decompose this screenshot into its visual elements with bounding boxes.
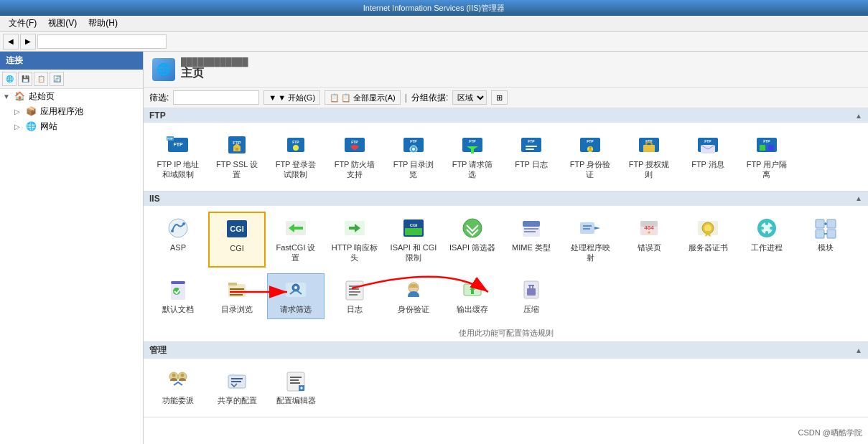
svg-rect-70 [827, 230, 836, 238]
ftp-filter-label: FTP 请求筛选 [452, 159, 493, 180]
cert-icon [696, 217, 719, 240]
svg-text:FTP: FTP [167, 137, 173, 141]
svg-rect-28 [643, 145, 655, 152]
view-btn[interactable]: ⊞ [491, 90, 508, 105]
work-item[interactable]: 工作进程 [738, 212, 795, 268]
config-editor-icon [284, 369, 307, 392]
svg-text:CGI: CGI [410, 223, 418, 227]
default-doc-item[interactable]: 默认文档 [149, 273, 207, 319]
ftp-fw-item[interactable]: FTP FTP 防火墙支持 [326, 128, 383, 185]
shared-config-item[interactable]: 共享的配置 [208, 364, 266, 410]
ftp-fw-label: FTP 防火墙支持 [335, 159, 375, 180]
cgi-icon: CGI [225, 217, 248, 240]
svg-text:FTP: FTP [528, 139, 535, 143]
sidebar-item-startpage[interactable]: ▼ 🏠 起始页 [0, 89, 143, 104]
ftp-dir-item[interactable]: FTP FTP 目录浏览 [385, 128, 442, 185]
cgi-item[interactable]: CGI CGI [208, 212, 266, 268]
http-headers-item[interactable]: HTTP 响应标头 [326, 212, 383, 268]
ftp-ip-item[interactable]: FTP FTP FTP IP 地址和域限制 [149, 128, 207, 185]
start-filter-btn[interactable]: ▼ ▼ 开始(G) [263, 90, 320, 105]
mgmt-collapse-btn[interactable]: ▲ [855, 346, 862, 354]
cgi-label: CGI [230, 243, 244, 253]
mgmt-section-header: 管理 ▲ [144, 342, 868, 359]
startpage-label: 起始页 [29, 90, 55, 103]
req-filter-icon [284, 278, 307, 301]
back-btn[interactable]: ◀ [3, 34, 19, 49]
isapi-cgi-label: ISAPI 和 CGI限制 [391, 242, 437, 263]
isapi-filter-item[interactable]: ISAPI 筛选器 [444, 212, 501, 268]
ftp-login-icon: FTP [284, 133, 307, 156]
mime-item[interactable]: MIME 类型 [503, 212, 560, 268]
handler-icon [579, 217, 602, 240]
ftp-perm-item[interactable]: FTP FTP 授权规则 [620, 128, 678, 185]
menu-view[interactable]: 视图(V) [42, 16, 83, 31]
ftp-msg-item[interactable]: FTP FTP 消息 [679, 128, 737, 185]
menu-help[interactable]: 帮助(H) [83, 16, 123, 31]
asp-item[interactable]: ASP [149, 212, 207, 268]
output-item[interactable]: 输出缓存 [444, 273, 501, 319]
ftp-ssl-icon: FTP [225, 133, 248, 156]
module-item[interactable]: 模块 [797, 212, 854, 268]
ftp-icon-grid: FTP FTP FTP IP 地址和域限制 [144, 123, 868, 191]
ftp-log-icon: FTP [520, 133, 543, 156]
iis-icon-grid-2: 默认文档 [144, 273, 868, 325]
asp-icon [167, 217, 190, 240]
ftp-filter-item[interactable]: FTP FTP 请求筛选 [444, 128, 501, 185]
iis-section-header: IIS ▲ [144, 192, 868, 206]
apppool-label: 应用程序池 [40, 105, 83, 118]
apppool-icon: 📦 [26, 106, 37, 118]
filter-input[interactable] [173, 90, 259, 105]
sidebar-btn-clipboard[interactable]: 📋 [34, 72, 48, 86]
config-editor-item[interactable]: 配置编辑器 [267, 364, 325, 410]
svg-rect-50 [524, 231, 536, 232]
cert-item[interactable]: 服务器证书 [679, 212, 737, 268]
auth-item[interactable]: 身份验证 [385, 273, 442, 319]
http-headers-icon [343, 217, 366, 240]
ftp-fw-icon: FTP [343, 133, 366, 156]
menu-file[interactable]: 文件(F) [3, 16, 42, 31]
sidebar-btn-connect[interactable]: 🌐 [2, 72, 17, 86]
address-input[interactable] [37, 34, 167, 49]
toolbar: ◀ ▶ [0, 32, 868, 52]
ftp-collapse-btn[interactable]: ▲ [855, 112, 862, 120]
svg-rect-83 [349, 285, 360, 287]
cert-label: 服务器证书 [689, 242, 728, 252]
sidebar-btn-save[interactable]: 💾 [18, 72, 32, 86]
ftp-login-item[interactable]: FTP FTP 登录尝试限制 [267, 128, 325, 185]
log-icon [343, 278, 366, 301]
iis-collapse-btn[interactable]: ▲ [855, 194, 862, 202]
sidebar-toolbar: 🌐 💾 📋 🔄 [0, 70, 143, 89]
delegate-item[interactable]: 功能委派 [149, 364, 207, 410]
group-by-select[interactable]: 区域 [452, 90, 487, 105]
sidebar-item-website[interactable]: ▷ 🌐 网站 [11, 119, 143, 134]
shared-config-icon [225, 369, 248, 392]
show-all-btn[interactable]: 📋 📋 全部显示(A) [325, 90, 401, 105]
ftp-ssl-item[interactable]: FTP FTP SSL 设置 [208, 128, 266, 185]
log-label: 日志 [347, 304, 363, 314]
ftp-auth-item[interactable]: FTP FTP 身份验证 [561, 128, 619, 185]
sidebar-btn-refresh[interactable]: 🔄 [50, 72, 64, 86]
compress-item[interactable]: 压缩 [503, 273, 560, 319]
fastcgi-item[interactable]: FastCGI 设置 [267, 212, 325, 268]
ftp-log-item[interactable]: FTP FTP 日志 [503, 128, 560, 185]
dir-browse-item[interactable]: 目录浏览 [208, 273, 266, 319]
svg-point-15 [412, 148, 415, 151]
svg-point-81 [294, 286, 297, 289]
svg-rect-78 [230, 294, 243, 296]
filter-bar: 筛选: ▼ ▼ 开始(G) 📋 📋 全部显示(A) | 分组依据: 区域 ⊞ [144, 88, 868, 108]
ftp-iso-item[interactable]: FTP FTP 用户隔离 [738, 128, 795, 185]
req-filter-item[interactable]: 请求筛选 [267, 273, 325, 319]
error-label: 错误页 [638, 242, 661, 252]
mime-icon [520, 217, 543, 240]
svg-text:FTP: FTP [469, 139, 476, 143]
content-scroll[interactable]: FTP ▲ FTP FTP [144, 108, 868, 444]
error-item[interactable]: 404 ! 错误页 [620, 212, 678, 268]
forward-btn[interactable]: ▶ [20, 34, 36, 49]
module-label: 模块 [818, 242, 834, 252]
svg-point-60 [704, 225, 711, 232]
sidebar-item-apppool[interactable]: ▷ 📦 应用程序池 [11, 104, 143, 119]
handler-item[interactable]: 处理程序映射 [561, 212, 619, 268]
compress-icon [520, 278, 543, 301]
log-item[interactable]: 日志 [326, 273, 383, 319]
isapi-cgi-item[interactable]: CGI ISAPI 和 CGI限制 [385, 212, 442, 268]
